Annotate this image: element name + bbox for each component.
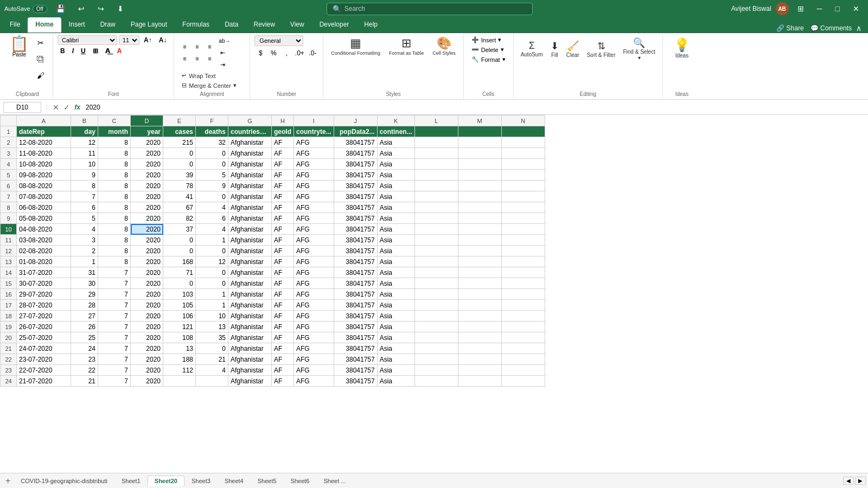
cell-j20[interactable]: 38041757 [334, 332, 377, 343]
cell-j2[interactable]: 38041757 [334, 137, 377, 148]
cell-m23[interactable] [458, 365, 501, 376]
search-bar[interactable]: 🔍 [327, 3, 533, 15]
cell-b16[interactable]: 29 [71, 289, 98, 300]
row-num-11[interactable]: 11 [1, 235, 17, 246]
cell-g23[interactable]: Afghanistar [228, 365, 272, 376]
cell-l21[interactable] [414, 343, 458, 354]
tab-view[interactable]: View [283, 17, 312, 33]
cell-m21[interactable] [458, 343, 501, 354]
find-select-button[interactable]: 🔍 Find & Select ▾ [620, 35, 658, 62]
cell-g5[interactable]: Afghanistar [228, 170, 272, 181]
cell-c24[interactable]: 7 [98, 376, 131, 387]
cell-l1[interactable] [414, 126, 458, 137]
cell-m24[interactable] [458, 376, 501, 387]
cell-i22[interactable]: AFG [294, 354, 334, 365]
cell-a11[interactable]: 03-08-2020 [17, 235, 71, 246]
cell-e24[interactable] [163, 376, 196, 387]
cell-l20[interactable] [414, 332, 458, 343]
cut-button[interactable]: ✂ [33, 35, 48, 50]
cell-e11[interactable]: 0 [163, 235, 196, 246]
row-num-22[interactable]: 22 [1, 354, 17, 365]
cell-a19[interactable]: 26-07-2020 [17, 322, 71, 332]
sheet-tab-sheet5[interactable]: Sheet5 [251, 476, 284, 486]
cell-f6[interactable]: 9 [196, 181, 228, 191]
cell-k23[interactable]: Asia [377, 365, 414, 376]
cell-h21[interactable]: AF [272, 343, 294, 354]
cell-a8[interactable]: 06-08-2020 [17, 202, 71, 213]
delete-dropdown-icon[interactable]: ▾ [501, 46, 504, 53]
sheet-nav-right[interactable]: ▶ [855, 477, 866, 485]
col-header-m[interactable]: M [458, 115, 501, 126]
add-sheet-button[interactable]: + [2, 476, 14, 486]
cell-k18[interactable]: Asia [377, 311, 414, 322]
cell-l24[interactable] [414, 376, 458, 387]
cell-i17[interactable]: AFG [294, 300, 334, 311]
row-num-19[interactable]: 19 [1, 322, 17, 332]
cell-d11[interactable]: 2020 [131, 235, 163, 246]
cell-b15[interactable]: 30 [71, 278, 98, 289]
cell-h5[interactable]: AF [272, 170, 294, 181]
indent-increase-button[interactable]: ⇥ [216, 59, 228, 70]
cell-b4[interactable]: 10 [71, 159, 98, 170]
row-num-12[interactable]: 12 [1, 246, 17, 256]
cell-f14[interactable]: 0 [196, 267, 228, 278]
cell-n13[interactable] [501, 256, 545, 267]
cell-d22[interactable]: 2020 [131, 354, 163, 365]
sheet-tab-sheet3[interactable]: Sheet3 [184, 476, 218, 486]
cell-a10[interactable]: 04-08-2020 [17, 224, 71, 235]
cell-c1[interactable]: month [98, 126, 131, 137]
cell-n5[interactable] [501, 170, 545, 181]
cell-h16[interactable]: AF [272, 289, 294, 300]
cell-k13[interactable]: Asia [377, 256, 414, 267]
cell-i4[interactable]: AFG [294, 159, 334, 170]
cell-d1[interactable]: year [131, 126, 163, 137]
cell-g14[interactable]: Afghanistar [228, 267, 272, 278]
cell-l15[interactable] [414, 278, 458, 289]
cell-c22[interactable]: 7 [98, 354, 131, 365]
cell-h14[interactable]: AF [272, 267, 294, 278]
cell-b3[interactable]: 11 [71, 148, 98, 159]
cell-m2[interactable] [458, 137, 501, 148]
cell-l5[interactable] [414, 170, 458, 181]
cell-d18[interactable]: 2020 [131, 311, 163, 322]
cell-e23[interactable]: 112 [163, 365, 196, 376]
cell-e1[interactable]: cases [163, 126, 196, 137]
cell-a14[interactable]: 31-07-2020 [17, 267, 71, 278]
cell-b13[interactable]: 1 [71, 256, 98, 267]
cell-i23[interactable]: AFG [294, 365, 334, 376]
cell-a24[interactable]: 21-07-2020 [17, 376, 71, 387]
cell-d7[interactable]: 2020 [131, 191, 163, 202]
search-input[interactable] [344, 5, 507, 12]
cell-l10[interactable] [414, 224, 458, 235]
cell-n22[interactable] [501, 354, 545, 365]
cell-h23[interactable]: AF [272, 365, 294, 376]
autosum-button[interactable]: Σ AutoSum [518, 38, 546, 59]
cell-h17[interactable]: AF [272, 300, 294, 311]
clear-button[interactable]: 🧹 Clear [564, 38, 582, 60]
cell-i7[interactable]: AFG [294, 191, 334, 202]
cell-n21[interactable] [501, 343, 545, 354]
cell-m17[interactable] [458, 300, 501, 311]
tab-formulas[interactable]: Formulas [175, 17, 217, 33]
cell-c10[interactable]: 8 [98, 224, 131, 235]
cell-d15[interactable]: 2020 [131, 278, 163, 289]
cell-f24[interactable] [196, 376, 228, 387]
col-header-i[interactable]: I [294, 115, 334, 126]
row-num-13[interactable]: 13 [1, 256, 17, 267]
cell-d3[interactable]: 2020 [131, 148, 163, 159]
cell-e13[interactable]: 168 [163, 256, 196, 267]
table-container[interactable]: A B C D E F G H I J K L M N 1 [0, 115, 868, 473]
bold-button[interactable]: B [58, 46, 68, 56]
cell-c6[interactable]: 8 [98, 181, 131, 191]
cell-h6[interactable]: AF [272, 181, 294, 191]
cell-j18[interactable]: 38041757 [334, 311, 377, 322]
cell-h1[interactable]: geoId [272, 126, 294, 137]
number-format-select[interactable]: General Number Currency Percentage [254, 35, 303, 46]
cell-i14[interactable]: AFG [294, 267, 334, 278]
cell-j23[interactable]: 38041757 [334, 365, 377, 376]
comments-button[interactable]: 💬 Comments [810, 24, 852, 32]
cell-m12[interactable] [458, 246, 501, 256]
cell-l14[interactable] [414, 267, 458, 278]
cell-d16[interactable]: 2020 [131, 289, 163, 300]
tab-data[interactable]: Data [217, 17, 246, 33]
